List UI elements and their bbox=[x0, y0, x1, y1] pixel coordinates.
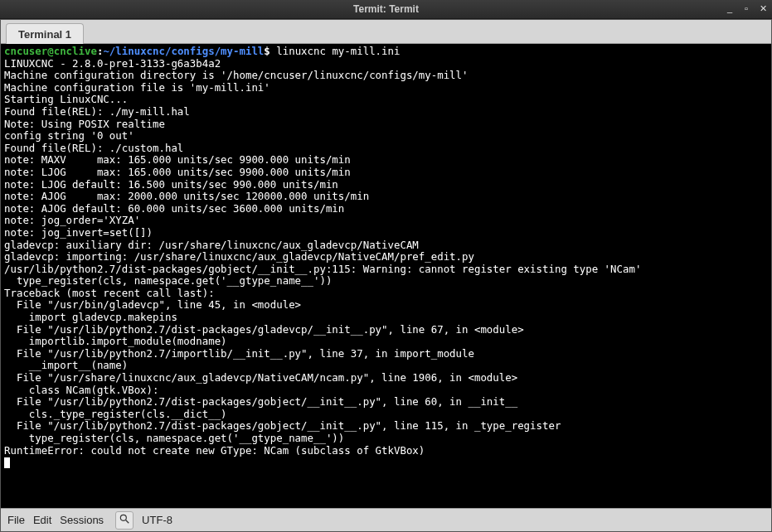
menu-file[interactable]: File bbox=[7, 514, 25, 526]
cursor bbox=[4, 457, 10, 468]
minimize-button[interactable]: _ bbox=[724, 2, 736, 14]
prompt-sep2: $ bbox=[264, 45, 276, 57]
terminal-view[interactable]: cncuser@cnclive:~/linuxcnc/configs/my-mi… bbox=[1, 44, 771, 508]
maximize-button[interactable]: ▫ bbox=[740, 2, 752, 14]
close-button[interactable]: ✕ bbox=[757, 2, 769, 14]
svg-line-1 bbox=[126, 520, 129, 524]
menu-edit[interactable]: Edit bbox=[33, 514, 51, 526]
status-bar: File Edit Sessions UTF-8 bbox=[1, 508, 771, 531]
prompt-command: linuxcnc my-mill.ini bbox=[276, 45, 400, 57]
tab-terminal-1[interactable]: Terminal 1 bbox=[6, 23, 84, 44]
client-area: Terminal 1 cncuser@cnclive:~/linuxcnc/co… bbox=[0, 19, 772, 532]
search-icon bbox=[119, 513, 130, 527]
tab-bar: Terminal 1 bbox=[1, 20, 771, 44]
terminal-output: LINUXCNC - 2.8.0-pre1-3133-g6a3b4a2 Mach… bbox=[4, 57, 641, 457]
search-button[interactable] bbox=[115, 511, 134, 530]
prompt-path: ~/linuxcnc/configs/my-mill bbox=[103, 45, 264, 57]
menu-sessions[interactable]: Sessions bbox=[60, 514, 104, 526]
svg-point-0 bbox=[120, 515, 126, 520]
prompt-user: cncuser@cnclive bbox=[4, 45, 97, 57]
encoding-label[interactable]: UTF-8 bbox=[142, 514, 172, 526]
window-title: Termit: Termit bbox=[0, 3, 772, 15]
window-titlebar: Termit: Termit _ ▫ ✕ bbox=[0, 0, 772, 19]
